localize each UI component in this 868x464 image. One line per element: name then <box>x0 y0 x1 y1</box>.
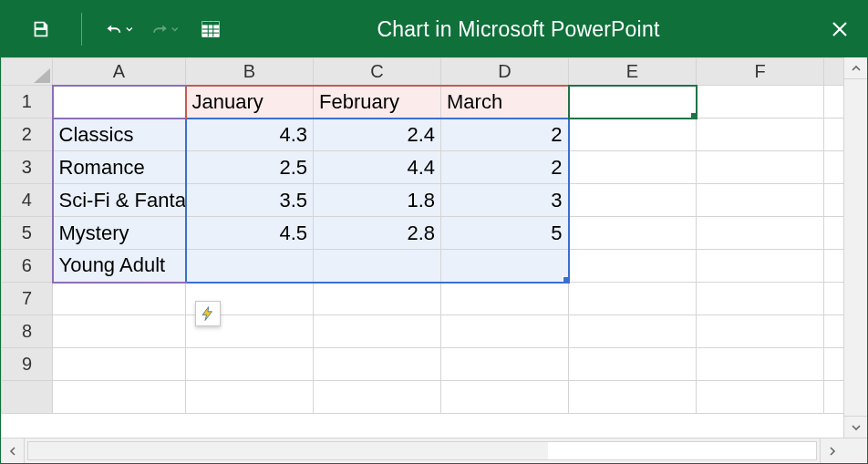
cell-F6[interactable] <box>697 250 824 283</box>
row-header-7[interactable]: 7 <box>2 283 53 315</box>
scroll-right-button[interactable] <box>820 438 843 463</box>
row-header-10[interactable] <box>2 381 53 414</box>
cell-B3[interactable]: 2.5 <box>186 151 314 184</box>
cell-E3[interactable] <box>569 151 697 184</box>
cell-D10[interactable] <box>441 381 569 414</box>
cell-G10[interactable] <box>824 381 844 414</box>
col-header-E[interactable]: E <box>569 58 697 86</box>
undo-button[interactable] <box>106 15 133 43</box>
cell-E5[interactable] <box>569 217 697 250</box>
cell-D2[interactable]: 2 <box>441 119 569 151</box>
cell-E8[interactable] <box>569 315 697 348</box>
cell-C8[interactable] <box>314 315 441 348</box>
cell-A8[interactable] <box>53 315 186 348</box>
cell-F1[interactable] <box>697 86 824 119</box>
cell-C10[interactable] <box>314 381 441 414</box>
cell-A7[interactable] <box>53 283 186 315</box>
scroll-down-button[interactable] <box>844 416 867 438</box>
cell-C2[interactable]: 2.4 <box>314 119 441 151</box>
close-button[interactable] <box>812 1 867 57</box>
cell-F9[interactable] <box>697 348 824 381</box>
cell-B4[interactable]: 3.5 <box>186 184 314 217</box>
cell-G1[interactable] <box>824 86 844 119</box>
cell-G5[interactable] <box>824 217 844 250</box>
cell-A1[interactable] <box>53 86 186 119</box>
row-header-9[interactable]: 9 <box>2 348 53 381</box>
row-header-6[interactable]: 6 <box>2 250 53 283</box>
cell-C6[interactable] <box>314 250 441 283</box>
cell-A10[interactable] <box>53 381 186 414</box>
cell-F3[interactable] <box>697 151 824 184</box>
cell-E7[interactable] <box>569 283 697 315</box>
cell-D4[interactable]: 3 <box>441 184 569 217</box>
vertical-scroll-track[interactable] <box>844 79 867 416</box>
spreadsheet-grid[interactable]: A B C D E F 1 January February March <box>1 57 843 414</box>
cell-G8[interactable] <box>824 315 844 348</box>
cell-G9[interactable] <box>824 348 844 381</box>
col-header-C[interactable]: C <box>314 58 441 86</box>
row-header-5[interactable]: 5 <box>2 217 53 250</box>
cell-C1[interactable]: February <box>314 86 441 119</box>
cell-E2[interactable] <box>569 119 697 151</box>
cell-D1[interactable]: March <box>441 86 569 119</box>
cell-E6[interactable] <box>569 250 697 283</box>
cell-E10[interactable] <box>569 381 697 414</box>
cell-A2[interactable]: Classics <box>53 119 186 151</box>
cell-C7[interactable] <box>314 283 441 315</box>
cell-A4[interactable]: Sci-Fi & Fantasy <box>53 184 186 217</box>
cell-B5[interactable]: 4.5 <box>186 217 314 250</box>
cell-C5[interactable]: 2.8 <box>314 217 441 250</box>
cell-C3[interactable]: 4.4 <box>314 151 441 184</box>
cell-C9[interactable] <box>314 348 441 381</box>
col-header-D[interactable]: D <box>441 58 569 86</box>
cell-F4[interactable] <box>697 184 824 217</box>
cell-D9[interactable] <box>441 348 569 381</box>
col-header-A[interactable]: A <box>53 58 186 86</box>
horizontal-scroll-track[interactable] <box>27 441 817 460</box>
cell-F7[interactable] <box>697 283 824 315</box>
cell-D7[interactable] <box>441 283 569 315</box>
horizontal-scroll-thumb[interactable] <box>28 442 548 459</box>
cell-B6[interactable] <box>186 250 314 283</box>
quick-analysis-button[interactable] <box>195 301 221 326</box>
vertical-scrollbar[interactable] <box>843 57 867 438</box>
cell-F8[interactable] <box>697 315 824 348</box>
col-header-B[interactable]: B <box>186 58 314 86</box>
save-button[interactable] <box>26 15 54 43</box>
cell-A5[interactable]: Mystery <box>53 217 186 250</box>
cell-G4[interactable] <box>824 184 844 217</box>
cell-G3[interactable] <box>824 151 844 184</box>
cell-F2[interactable] <box>697 119 824 151</box>
cell-E1-active[interactable] <box>569 86 697 119</box>
cell-G6[interactable] <box>824 250 844 283</box>
row-header-1[interactable]: 1 <box>2 86 53 119</box>
cell-A9[interactable] <box>53 348 186 381</box>
scroll-left-button[interactable] <box>1 438 25 463</box>
select-all-corner[interactable] <box>2 58 53 86</box>
cell-D3[interactable]: 2 <box>441 151 569 184</box>
row-header-2[interactable]: 2 <box>2 119 53 151</box>
cell-D6[interactable] <box>441 250 569 283</box>
cell-C4[interactable]: 1.8 <box>314 184 441 217</box>
row-header-4[interactable]: 4 <box>2 184 53 217</box>
cell-G2[interactable] <box>824 119 844 151</box>
cell-D8[interactable] <box>441 315 569 348</box>
cell-D5[interactable]: 5 <box>441 217 569 250</box>
cell-F10[interactable] <box>697 381 824 414</box>
cell-B9[interactable] <box>186 348 314 381</box>
row-header-3[interactable]: 3 <box>2 151 53 184</box>
cell-A3[interactable]: Romance <box>53 151 186 184</box>
cell-B10[interactable] <box>186 381 314 414</box>
row-header-8[interactable]: 8 <box>2 315 53 348</box>
cell-G7[interactable] <box>824 283 844 315</box>
cell-F5[interactable] <box>697 217 824 250</box>
cell-E4[interactable] <box>569 184 697 217</box>
cell-A6[interactable]: Young Adult <box>53 250 186 283</box>
cell-B1[interactable]: January <box>186 86 314 119</box>
col-header-F[interactable]: F <box>697 58 824 86</box>
horizontal-scrollbar[interactable] <box>1 438 867 463</box>
data-sheet-button[interactable] <box>197 15 224 43</box>
cell-E9[interactable] <box>569 348 697 381</box>
scroll-up-button[interactable] <box>844 57 867 79</box>
cell-B2[interactable]: 4.3 <box>186 119 314 151</box>
